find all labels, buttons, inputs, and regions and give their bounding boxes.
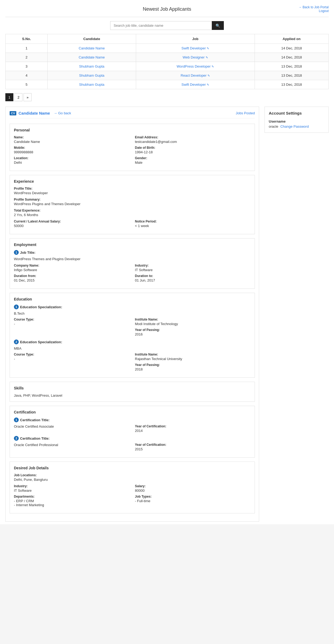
edu-inst-label: Institute Name: [135,318,251,321]
row-job[interactable]: Web Designer ✎ [136,53,255,62]
edu-year-value: 2016 [135,332,251,336]
certification-section-title: Certification [14,410,251,414]
gender-value: Male [135,161,251,165]
page-btn-2[interactable]: 2 [14,93,22,101]
row-candidate[interactable]: Shubham Gupta [48,80,136,89]
dob-label: Date of Birth: [135,146,251,150]
edu-year-col-empty [14,328,130,336]
search-button[interactable]: 🔍 [212,21,224,30]
edu-number: 2 [14,339,19,344]
cert-number: 2 [14,436,19,441]
col-candidate: Candidate [48,34,136,44]
experience-section: Experience Profile Title: WordPress Deve… [10,175,255,234]
certification-entries: 1 Certification Title: Oracle Certified … [14,417,251,451]
row-candidate[interactable]: Shubham Gupta [48,71,136,80]
personal-name-col: Name: Candidate Name [14,135,130,144]
go-back-link[interactable]: → Go back [54,111,71,115]
row-sno: 2 [6,53,48,62]
edu-sub-title: 2 Education Specialization: [14,339,251,344]
employment-entry-1: 1 Job Title: [14,250,251,255]
location-value: Delhi [14,161,130,165]
applicants-table: S.No. Candidate Job Applied on 1 Candida… [5,34,329,89]
cert-year-col: Year of Certification: 2015 [135,443,251,451]
personal-section-title: Personal [14,128,251,132]
back-to-portal-link[interactable]: → Back to Job Portal [298,5,329,9]
desired-industry-label: Industry: [14,484,130,488]
personal-location-col: Location: Delhi [14,156,130,165]
desired-job-section: Desired Job Details Job Locations: Delhi… [10,462,255,513]
page-btn-next[interactable]: » [24,93,32,101]
row-sno: 5 [6,80,48,89]
profile-summary-label: Profile Summary: [14,198,251,201]
employment-section-title: Employment [14,243,251,247]
gender-label: Gender: [135,156,251,160]
edu-inst-row: Course Type: - Institute Name: Rajasthan… [14,353,251,361]
profile-summary-group: Profile Summary: WordPress Plugins and T… [14,198,251,206]
row-candidate[interactable]: Shubham Gupta [48,62,136,71]
row-candidate[interactable]: Candidate Name [48,53,136,62]
duration-from-col: Duration from: 01 Dec, 2015 [14,274,130,282]
candidate-name-link[interactable]: Candidate Name [18,111,50,115]
cert-title-value: Oracle Certified Associate [14,424,130,428]
education-entries: 1 Education Specialization: B.Tech Cours… [14,305,251,371]
edu-inst-label: Institute Name: [135,353,251,356]
company-col: Company Name: Infigo Software [14,264,130,272]
account-settings-panel: Account Settings Username oracle Change … [264,107,329,133]
industry-col: Industry: IT Software [135,264,251,272]
company-value: Infigo Software [14,268,130,272]
edu-course-value: - [14,357,130,361]
row-job[interactable]: WordPress Developer ✎ [136,62,255,71]
search-input[interactable] [110,21,212,30]
edu-year-col-empty [14,363,130,371]
main-content: CV Candidate Name → Go back Jobs Posted … [5,107,329,522]
location-label: Location: [14,156,130,160]
row-sno: 4 [6,71,48,80]
employment-job-title-label: Job Title: [20,251,36,255]
exp-salary-label: Current / Latest Annual Salary: [14,220,130,223]
exp-salary-col: Current / Latest Annual Salary: 50000 [14,220,130,228]
edu-course-col: Course Type: - [14,353,130,361]
cert-sub-title: 1 Certification Title: [14,417,251,422]
cert-year-value: 2014 [135,429,251,433]
username-row: oracle Change Password [269,124,324,128]
username-label: Username [269,119,324,123]
industry-value: IT Software [135,268,251,272]
jobs-posted-link[interactable]: Jobs Posted [236,111,255,115]
desired-industry-salary-row: Industry: IT Software Salary: 80000 [14,484,251,493]
header-nav: → Back to Job Portal Logout [281,5,329,13]
departments-value: - ERP / CRM - Internet Marketing [14,499,130,507]
edu-spec-label: Education Specialization: [20,340,62,344]
edu-year-col: Year of Passing: 2016 [135,328,251,336]
account-settings-title: Account Settings [269,111,324,115]
edu-year-col: Year of Passing: 2018 [135,363,251,371]
edu-inst-col: Institute Name: Modi Institute of Techno… [135,318,251,326]
edu-number: 1 [14,305,19,309]
edu-course-label: Course Type: [14,318,130,321]
page-header: Newest Job Applicants → Back to Job Port… [5,3,329,17]
desired-salary-col: Salary: 80000 [135,484,251,493]
edu-year-row: Year of Passing: 2016 [14,328,251,336]
personal-mobile-col: Mobile: 9999988888 [14,146,130,154]
row-candidate[interactable]: Candidate Name [48,44,136,53]
change-password-link[interactable]: Change Password [280,124,309,128]
table-row: 2 Candidate Name Web Designer ✎ 14 Dec, … [6,53,329,62]
edu-inst-row: Course Type: - Institute Name: Modi Inst… [14,318,251,326]
cert-entry: 1 Certification Title: Oracle Certified … [14,417,251,433]
cert-entry: 2 Certification Title: Oracle Certified … [14,436,251,451]
total-exp-value: 2 Yrs, 6 Months [14,213,251,217]
row-job[interactable]: React Developer ✎ [136,71,255,80]
experience-section-title: Experience [14,179,251,184]
cert-sub-title: 2 Certification Title: [14,436,251,441]
page-btn-1[interactable]: 1 [5,93,13,101]
departments-label: Departments: [14,495,130,498]
row-applied-on: 14 Dec, 2018 [255,53,328,62]
cert-row: Oracle Certified Professional Year of Ce… [14,443,251,451]
cert-year-col: Year of Certification: 2014 [135,424,251,433]
edu-spec-value: B.Tech [14,311,251,315]
row-job[interactable]: Swift Developer ✎ [136,80,255,89]
total-exp-label: Total Experience: [14,209,251,212]
cert-title-col: Oracle Certified Associate [14,424,130,433]
skills-section: Skills Java, PHP, WordPress, Laravel [10,382,255,402]
logout-link[interactable]: Logout [319,9,329,13]
row-job[interactable]: Swift Developer ✎ [136,44,255,53]
